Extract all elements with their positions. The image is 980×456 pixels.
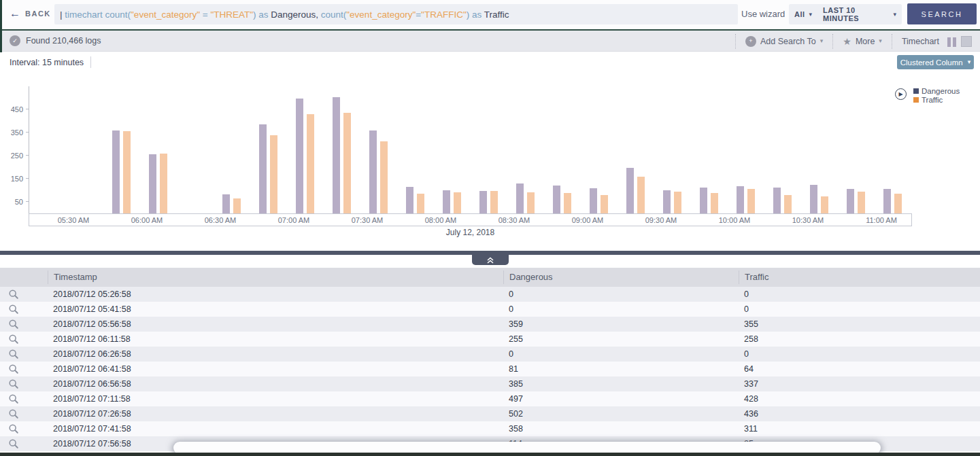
chart-legend: ▶ Dangerous Traffic	[895, 87, 960, 104]
inspect-row-button[interactable]	[0, 349, 48, 359]
bar-dangerous-10:56[interactable]	[847, 189, 854, 213]
status-bar-actions: + Add Search To ▾ ★ More ▾ Timechart	[735, 31, 976, 52]
bar-dangerous-07:41[interactable]	[369, 130, 377, 213]
bar-dangerous-07:11[interactable]	[296, 99, 303, 213]
bar-traffic-08:26[interactable]	[490, 191, 498, 213]
bar-traffic-10:41[interactable]	[821, 196, 828, 213]
add-search-to-menu[interactable]: + Add Search To ▾	[736, 35, 832, 48]
bar-traffic-11:11[interactable]	[894, 194, 902, 213]
bar-dangerous-05:56[interactable]	[112, 130, 120, 213]
bar-dangerous-10:26[interactable]	[773, 188, 781, 213]
bar-dangerous-07:26[interactable]	[333, 97, 340, 213]
x-tick-label: 08:00 AM	[410, 214, 471, 227]
table-header-timestamp[interactable]: Timestamp	[48, 270, 503, 284]
cell-timestamp: 2018/07/12 05:56:58	[48, 319, 503, 329]
x-tick-label: 07:30 AM	[337, 214, 398, 227]
bar-traffic-06:56[interactable]	[270, 135, 277, 213]
table-row: 2018/07/12 07:11:58497428	[0, 391, 980, 406]
inspect-row-button[interactable]	[0, 289, 48, 300]
cell-traffic: 0	[739, 304, 980, 314]
inspect-row-button[interactable]	[0, 319, 48, 330]
bar-traffic-10:26[interactable]	[784, 195, 792, 213]
bar-traffic-10:11[interactable]	[747, 189, 755, 213]
bar-traffic-08:41[interactable]	[527, 192, 535, 213]
inspect-row-button[interactable]	[0, 393, 48, 404]
table-header-dangerous[interactable]: Dangerous	[503, 270, 739, 284]
bar-dangerous-07:56[interactable]	[406, 187, 413, 213]
bar-dangerous-08:56[interactable]	[553, 186, 560, 213]
bar-dangerous-06:41[interactable]	[222, 194, 230, 213]
bar-traffic-07:56[interactable]	[417, 194, 424, 213]
inspect-row-button[interactable]	[0, 304, 48, 315]
back-button[interactable]: ← BACK	[10, 8, 51, 19]
bar-dangerous-06:56[interactable]	[259, 124, 267, 213]
table-row: 2018/07/12 05:26:5800	[0, 287, 980, 302]
interval-indicator: Interval: 15 minutes	[10, 56, 91, 68]
inspect-row-button[interactable]	[0, 438, 48, 449]
bar-dangerous-08:11[interactable]	[443, 190, 450, 213]
bar-traffic-08:11[interactable]	[454, 192, 461, 213]
bar-dangerous-09:56[interactable]	[700, 188, 707, 213]
search-query-input[interactable]: | timechart count("event_category" = "TH…	[54, 4, 738, 24]
legend-item-dangerous[interactable]: Dangerous	[913, 87, 960, 95]
chart-type-dropdown[interactable]: Clustered Column ▾	[897, 55, 974, 69]
column-chart-view-icon[interactable]	[946, 36, 957, 47]
bar-traffic-09:41[interactable]	[674, 192, 681, 213]
bar-dangerous-11:11[interactable]	[883, 189, 891, 213]
inspect-row-button[interactable]	[0, 364, 48, 374]
grid-view-icon[interactable]	[961, 36, 972, 47]
cell-dangerous: 359	[503, 319, 739, 329]
bar-dangerous-09:41[interactable]	[663, 190, 671, 213]
bar-dangerous-08:26[interactable]	[479, 191, 487, 213]
time-range-dropdown[interactable]: LAST 10 MINUTES ▾	[817, 6, 902, 22]
legend-item-traffic[interactable]: Traffic	[913, 96, 960, 104]
bar-traffic-10:56[interactable]	[858, 192, 865, 213]
cell-timestamp: 2018/07/12 05:26:58	[48, 290, 503, 299]
chevron-down-icon: ▾	[820, 38, 824, 44]
found-logs-text: Found 210,466 logs	[26, 36, 101, 46]
inspect-row-button[interactable]	[0, 379, 48, 389]
bar-traffic-07:11[interactable]	[307, 114, 314, 213]
cell-traffic: 0	[739, 349, 980, 359]
bar-traffic-06:41[interactable]	[233, 198, 241, 213]
magnifier-icon	[8, 334, 19, 345]
bar-dangerous-09:26[interactable]	[626, 168, 634, 213]
legend-label: Dangerous	[922, 87, 960, 95]
search-scope-timerange-box: All ▾ LAST 10 MINUTES ▾	[789, 4, 902, 24]
bar-dangerous-10:41[interactable]	[810, 185, 817, 213]
plot-area	[29, 86, 912, 213]
window-edge	[0, 453, 980, 456]
use-wizard-link[interactable]: Use wizard	[741, 9, 785, 19]
plus-icon: +	[745, 36, 756, 47]
bar-traffic-09:11[interactable]	[601, 195, 608, 213]
inspect-row-button[interactable]	[0, 423, 48, 434]
bar-dangerous-09:11[interactable]	[590, 188, 597, 213]
bar-traffic-09:56[interactable]	[711, 193, 718, 213]
table-header-inspect	[0, 270, 48, 284]
play-icon[interactable]: ▶	[895, 88, 907, 100]
status-bar: ✓ Found 210,466 logs + Add Search To ▾ ★…	[0, 31, 980, 52]
x-tick-label: 10:00 AM	[704, 214, 765, 227]
table-header-traffic[interactable]: Traffic	[739, 270, 980, 284]
search-button[interactable]: SEARCH	[907, 3, 977, 24]
search-query: | timechart count("event_category" = "TH…	[60, 10, 509, 20]
inspect-row-button[interactable]	[0, 334, 48, 345]
bar-dangerous-08:41[interactable]	[516, 183, 524, 213]
bar-traffic-06:11[interactable]	[160, 154, 167, 213]
bar-traffic-07:41[interactable]	[380, 141, 388, 213]
magnifier-icon	[8, 349, 19, 359]
bar-traffic-08:56[interactable]	[564, 193, 571, 213]
bar-dangerous-06:11[interactable]	[149, 154, 156, 213]
table-row: 2018/07/12 05:41:5800	[0, 302, 980, 317]
y-tick-label: 450	[3, 105, 23, 114]
bar-dangerous-10:11[interactable]	[737, 186, 744, 213]
inspect-row-button[interactable]	[0, 408, 48, 419]
x-tick-label: 11:00 AM	[851, 214, 912, 227]
collapse-panel-button[interactable]	[472, 255, 509, 265]
bar-traffic-09:26[interactable]	[637, 177, 645, 213]
more-menu[interactable]: ★ More ▾	[833, 35, 892, 48]
bar-traffic-05:56[interactable]	[123, 131, 131, 213]
magnifier-icon	[8, 393, 19, 404]
scope-dropdown[interactable]: All ▾	[789, 10, 817, 18]
bar-traffic-07:26[interactable]	[343, 113, 351, 213]
